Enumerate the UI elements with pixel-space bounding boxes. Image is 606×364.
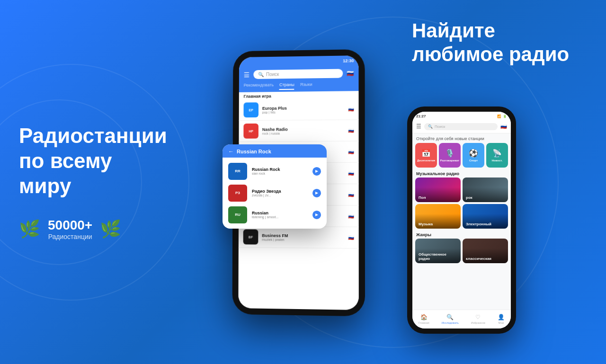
nav-home-label: Главная [419,321,429,324]
overlay-info-3: Russian listening | smoot... [252,211,308,219]
explore-icon: 🔍 [446,314,454,320]
genre-label-news: Новост. [492,159,503,162]
radio-info-business: Business FM muziek | praten [262,233,344,241]
overlay-items: RR Russian Rock sian rock ▶ РЗ Радио Зве… [223,157,327,228]
tab-countries[interactable]: Страны [279,82,294,89]
hamburger-icon[interactable]: ☰ [416,123,421,130]
radio-logo-business: BF [243,229,258,244]
music-card-electronic[interactable]: Электронный [463,204,508,229]
nav-profile[interactable]: 👤 Мои [498,314,505,324]
discover-label: Откройте для себя новые станции [412,133,511,143]
title-line2: по всему [19,149,112,172]
badge-text: 50000+ Радиостанции [48,218,92,240]
play-button[interactable]: ▶ [312,210,321,219]
overlay-radio-name: Russian Rock [252,167,308,172]
news-icon: 📡 [492,149,502,158]
electronic-label: Электронный [466,222,491,226]
overlay-radio-desc: listening | smoot... [252,215,308,219]
overlay-logo-3: RU [228,206,247,223]
radio-item-nashe[interactable]: НР Nashe Radio rock | russia 🇷🇺 [239,120,358,142]
phone-right-status: 21:27 📶 🔋 [412,112,511,121]
overlay-logo-2: РЗ [228,184,247,201]
right-status-time: 21:27 [416,114,426,118]
genre-label-decades: Десятилетия [417,159,435,162]
phone-right-search: ☰ 🔍 Поиск 🇷🇺 [412,121,511,133]
laurel-right-icon: 🌿 [100,219,121,239]
music-grid-2: Музыка Электронный [412,204,511,231]
flag-icon: 🇷🇺 [500,124,507,130]
classical-label: классическая [466,257,491,261]
search-icon: 🔍 [428,124,433,129]
radio-name: Business FM [262,233,344,238]
public-radio-label: Общественное радио [419,252,457,261]
laurel-left-icon: 🌿 [19,219,40,239]
left-section: Радиостанции по всему миру 🌿 50000+ Ради… [0,0,199,364]
sport-icon: ⚽ [469,149,478,158]
genre-grid2: Общественное радио классическая [412,239,511,265]
pop-label: Поп [419,195,426,200]
music-card-pop[interactable]: Поп [415,178,461,202]
battery-icon: 🔋 [503,115,507,118]
overlay-info-1: Russian Rock sian rock [252,167,308,175]
radio-logo-europa: EP [243,102,258,117]
genre-label-sport: Спорт [469,159,478,162]
title-line1: Радиостанции [19,124,167,147]
overlay-logo-1: RR [228,162,247,179]
badge-area: 🌿 50000+ Радиостанции 🌿 [19,218,180,240]
status-time: 12:30 [343,58,354,63]
hamburger-icon[interactable]: ☰ [244,71,250,78]
overlay-radio-desc: sian rock [252,172,308,175]
genre-label-talk: Разговариват [440,159,460,162]
genre-card-news[interactable]: 📡 Новост. [486,143,508,168]
back-icon[interactable]: ← [228,148,234,154]
section-title: Главная игра [239,91,359,100]
phone-right-wrapper: 21:27 📶 🔋 ☰ 🔍 Поиск 🇷🇺 Откройт [398,76,606,364]
right-title-line1: Найдите [412,19,495,42]
search-icon: 🔍 [258,71,264,77]
radio-tags: muziek | praten [262,238,344,241]
genre-card-classical[interactable]: классическая [463,239,508,263]
tab-recommend[interactable]: Рекомендовать [244,82,274,90]
phone-search-bar: ☰ 🔍 Поиск 🇷🇺 [239,66,359,83]
overlay-radio-name: Радио Звезда [252,189,308,194]
genres-label: Жанры [412,231,511,239]
overlay-info-2: Радио Звезда zvezda | zv... [252,189,308,197]
genre-card-talk[interactable]: 🎙️ Разговариват [439,143,461,168]
search-placeholder: Поиск [435,124,445,129]
badge-subtitle: Радиостанции [48,233,92,240]
nav-home[interactable]: 🏠 Главная [419,314,429,324]
music-label: Музыка [419,222,433,226]
music-card-music[interactable]: Музыка [415,204,461,229]
right-section: Найдите любимое радио 21:27 📶 🔋 ☰ 🔍 [398,0,606,364]
radio-logo-nashe: НР [243,123,258,138]
nav-favorites[interactable]: ♡ Избранное [471,314,485,324]
radio-item-europa[interactable]: EP Europa Plus pop | hits 🇷🇺 [239,98,359,121]
genre-card-decades[interactable]: 📅 Десятилетия [415,143,437,168]
title-line3: миру [19,174,71,197]
overlay-title: Russian Rock [237,148,271,154]
radio-item-business[interactable]: BF Business FM muziek | praten 🇷🇺 [239,226,359,249]
overlay-item-1[interactable]: RR Russian Rock sian rock ▶ [223,160,327,182]
decades-icon: 📅 [421,149,431,158]
radio-info-europa: Europa Plus pop | hits [262,105,344,113]
music-card-rock[interactable]: рок [463,178,508,202]
rock-label: рок [466,195,472,200]
play-button[interactable]: ▶ [312,188,321,197]
profile-icon: 👤 [498,314,505,320]
genre-grid: 📅 Десятилетия 🎙️ Разговариват ⚽ Спорт 📡 … [412,143,511,169]
middle-section: 12:30 ☰ 🔍 Поиск 🇷🇺 Рекомендовать Страны … [199,0,398,364]
tab-languages[interactable]: Языки [300,82,312,89]
status-icons: 📶 🔋 [497,115,507,118]
overlay-item-2[interactable]: РЗ Радио Звезда zvezda | zv... ▶ [223,182,327,204]
play-button[interactable]: ▶ [312,167,321,175]
genre-card-public[interactable]: Общественное радио [415,239,461,263]
search-box[interactable]: 🔍 Поиск [253,69,343,79]
wifi-icon: 📶 [497,115,501,118]
nav-explore[interactable]: 🔍 Исследовать [442,314,459,324]
genre-card-sport[interactable]: ⚽ Спорт [463,143,484,168]
search-box-right[interactable]: 🔍 Поиск [424,123,498,130]
right-title-line2: любимое радио [412,43,569,65]
music-radio-label: Музыкальное радио [412,169,511,178]
nav-profile-label: Мои [499,321,504,324]
overlay-item-3[interactable]: RU Russian listening | smoot... ▶ [223,204,327,225]
